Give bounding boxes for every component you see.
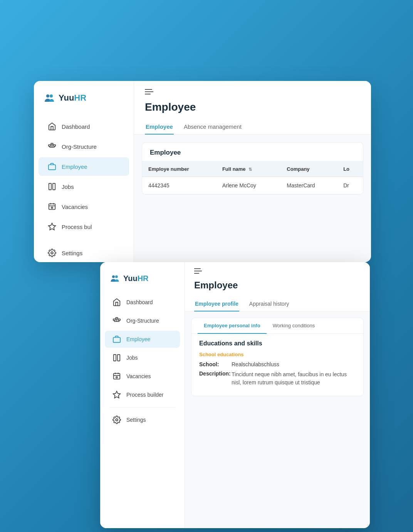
process-icon bbox=[48, 222, 56, 231]
sidebar-item-jobs[interactable]: Jobs bbox=[39, 177, 129, 196]
svg-rect-25 bbox=[113, 319, 116, 320]
logo-2: YuuHR bbox=[100, 273, 185, 284]
svg-rect-2 bbox=[49, 145, 50, 146]
sidebar-2: YuuHR Dashboard Org-Structure bbox=[100, 262, 185, 528]
home-icon-2 bbox=[112, 298, 121, 306]
briefcase-icon-2 bbox=[112, 335, 121, 343]
sidebar2-item-vacancies[interactable]: Vacancies bbox=[105, 368, 180, 385]
sidebar2-label-process: Process builder bbox=[126, 392, 164, 398]
sidebar2-item-process[interactable]: Process builder bbox=[105, 386, 180, 403]
menu-icon-2[interactable] bbox=[194, 268, 361, 275]
profile-body: Educations and skills School educations … bbox=[191, 334, 363, 396]
col-company: Company bbox=[280, 162, 337, 177]
cell-company: MasterCard bbox=[280, 177, 337, 194]
svg-marker-40 bbox=[113, 391, 120, 398]
svg-rect-12 bbox=[53, 184, 55, 190]
svg-point-19 bbox=[51, 252, 53, 254]
svg-rect-34 bbox=[118, 355, 120, 361]
sort-icon: ⇅ bbox=[248, 167, 252, 172]
logo-text-1: YuuHR bbox=[59, 93, 86, 103]
sidebar2-label-employee: Employee bbox=[126, 336, 150, 342]
tab-absence[interactable]: Absence management bbox=[183, 120, 242, 135]
svg-rect-11 bbox=[49, 184, 51, 190]
sidebar2-label-jobs: Jobs bbox=[126, 355, 138, 361]
jobs-icon-2 bbox=[112, 354, 121, 362]
briefcase-icon bbox=[48, 162, 56, 171]
profile-section: Employee personal info Working condition… bbox=[191, 318, 364, 396]
logo-text-2: YuuHR bbox=[123, 274, 149, 283]
sidebar-item-org[interactable]: Org-Structure bbox=[39, 137, 129, 156]
sidebar2-item-dashboard[interactable]: Dashboard bbox=[105, 294, 180, 311]
vacancies-icon-2 bbox=[112, 372, 121, 380]
school-label: School: bbox=[199, 361, 230, 367]
description-label: Description: bbox=[199, 370, 230, 377]
svg-point-41 bbox=[116, 419, 118, 421]
cell-fullname: Arlene McCoy bbox=[216, 177, 280, 194]
description-row: Description: Tincidunt neque nibh amet, … bbox=[199, 370, 356, 387]
school-value: Realschulabschluss bbox=[232, 361, 279, 367]
main-content-2: Employee Employee profile Appraisal hist… bbox=[185, 262, 370, 528]
school-section-label: School educations bbox=[199, 352, 356, 357]
employee-table: Employe number Full name ⇅ Company Lo bbox=[142, 162, 363, 194]
sub-tab-personal[interactable]: Employee personal info bbox=[198, 318, 267, 334]
svg-rect-33 bbox=[114, 355, 116, 361]
settings-icon bbox=[48, 249, 56, 257]
sidebar-label-settings: Settings bbox=[62, 250, 82, 256]
window-2: YuuHR Dashboard Org-Structure bbox=[100, 262, 370, 528]
tab-bar-2: Employee profile Appraisal history bbox=[194, 297, 361, 311]
col-number: Employe number bbox=[142, 162, 216, 177]
sidebar-label-org: Org-Structure bbox=[62, 143, 97, 150]
svg-rect-3 bbox=[51, 143, 53, 145]
sidebar2-item-employee[interactable]: Employee bbox=[105, 331, 180, 348]
jobs-icon bbox=[48, 182, 56, 191]
sidebar-item-vacancies[interactable]: Vacancies bbox=[39, 197, 129, 216]
svg-rect-26 bbox=[116, 318, 118, 319]
tab-appraisal[interactable]: Appraisal history bbox=[248, 297, 290, 311]
svg-point-1 bbox=[50, 94, 53, 98]
table-row[interactable]: 4442345 Arlene McCoy MasterCard Dr bbox=[142, 177, 363, 194]
sidebar-label-jobs: Jobs bbox=[62, 184, 74, 190]
sidebar-label-employee: Employee bbox=[62, 163, 87, 170]
sidebar-label-vacancies: Vacancies bbox=[62, 204, 88, 210]
sidebar2-label-dashboard: Dashboard bbox=[126, 299, 153, 305]
sidebar2-item-jobs[interactable]: Jobs bbox=[105, 349, 180, 366]
school-row: School: Realschulabschluss bbox=[199, 361, 356, 367]
svg-rect-4 bbox=[54, 145, 56, 146]
sub-tab-working[interactable]: Working conditions bbox=[267, 318, 321, 334]
svg-point-24 bbox=[115, 275, 118, 278]
svg-marker-18 bbox=[49, 223, 55, 230]
page-title-1: Employee bbox=[145, 101, 360, 113]
sidebar-item-settings[interactable]: Settings bbox=[39, 244, 129, 262]
sidebar-label-dashboard: Dashboard bbox=[62, 123, 90, 130]
tab-bar-1: Employee Absence management bbox=[145, 120, 360, 134]
tab-employee[interactable]: Employee bbox=[145, 120, 174, 135]
sidebar-item-dashboard[interactable]: Dashboard bbox=[39, 117, 129, 136]
sidebar-item-employee[interactable]: Employee bbox=[39, 157, 129, 176]
svg-point-39 bbox=[116, 377, 118, 378]
svg-rect-9 bbox=[49, 165, 55, 170]
table-title-1: Employee bbox=[142, 143, 363, 162]
sidebar-item-process[interactable]: Process bul bbox=[39, 217, 129, 236]
main-header-1: Employee Employee Absence management bbox=[134, 81, 371, 135]
main-content-1: Employee Employee Absence management Emp… bbox=[134, 81, 371, 262]
sidebar-1: YuuHR Dashboard Org-Structure bbox=[34, 81, 134, 262]
logo-icon-1 bbox=[43, 92, 55, 104]
vacancies-icon bbox=[48, 202, 56, 211]
col-fullname[interactable]: Full name ⇅ bbox=[216, 162, 280, 177]
education-title: Educations and skills bbox=[199, 340, 356, 347]
tab-profile[interactable]: Employee profile bbox=[194, 297, 239, 311]
org-icon bbox=[48, 142, 56, 151]
svg-point-23 bbox=[112, 275, 115, 278]
svg-point-17 bbox=[51, 207, 53, 209]
sidebar2-item-org[interactable]: Org-Structure bbox=[105, 312, 180, 329]
logo-1: YuuHR bbox=[34, 92, 134, 104]
page-title-2: Employee bbox=[194, 280, 361, 291]
process-icon-2 bbox=[112, 391, 121, 399]
menu-icon-1[interactable] bbox=[145, 89, 360, 96]
description-value: Tincidunt neque nibh amet, faucibus in e… bbox=[232, 370, 356, 387]
main-header-2: Employee Employee profile Appraisal hist… bbox=[185, 262, 370, 311]
org-icon-2 bbox=[112, 317, 121, 325]
sidebar2-item-settings[interactable]: Settings bbox=[105, 411, 180, 428]
logo-icon-2 bbox=[109, 273, 120, 284]
col-extra: Lo bbox=[337, 162, 363, 177]
